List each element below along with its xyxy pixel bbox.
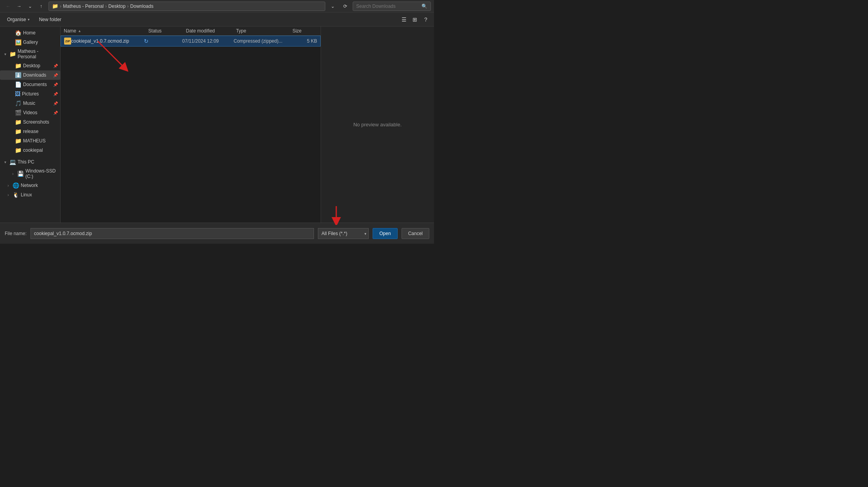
sidebar-item-windows-ssd[interactable]: › 💾 Windows-SSD (C:) bbox=[0, 167, 60, 181]
organise-button[interactable]: Organise ▾ bbox=[3, 15, 34, 24]
expand-icon: › bbox=[5, 193, 11, 197]
expand-icon bbox=[8, 101, 13, 106]
file-list-area: Name ▲ Status Date modified Type Size Z bbox=[61, 27, 321, 223]
sidebar-item-label: Desktop bbox=[23, 63, 52, 68]
nav-buttons: ← → ⌄ ↑ bbox=[3, 1, 46, 11]
col-header-name[interactable]: Name ▲ bbox=[64, 28, 148, 34]
organise-chevron: ▾ bbox=[28, 18, 30, 22]
collapse-icon: ▾ bbox=[2, 160, 8, 164]
pin-icon: 📌 bbox=[53, 64, 58, 68]
cookiepal-icon: 📁 bbox=[15, 147, 22, 153]
sync-icon: ↻ bbox=[144, 38, 149, 44]
file-type: Compressed (zipped)... bbox=[234, 38, 292, 44]
sidebar-item-label: Downloads bbox=[23, 72, 52, 78]
sidebar-item-pictures[interactable]: 🖼 Pictures 📌 bbox=[0, 89, 60, 99]
content-area: Name ▲ Status Date modified Type Size Z bbox=[61, 27, 434, 223]
column-headers: Name ▲ Status Date modified Type Size bbox=[61, 27, 321, 36]
music-icon: 🎵 bbox=[15, 100, 22, 106]
open-button[interactable]: Open bbox=[373, 228, 397, 239]
col-header-size[interactable]: Size bbox=[292, 28, 317, 34]
pin-icon: 📌 bbox=[53, 101, 58, 106]
sidebar-item-label: cookiepal bbox=[23, 147, 58, 153]
collapse-icon: ▾ bbox=[2, 52, 8, 56]
release-icon: 📁 bbox=[15, 128, 22, 135]
sidebar-item-music[interactable]: 🎵 Music 📌 bbox=[0, 99, 60, 108]
home-icon: 🏠 bbox=[15, 30, 22, 36]
col-header-date[interactable]: Date modified bbox=[186, 28, 236, 34]
search-bar: 🔍 bbox=[353, 2, 431, 11]
breadcrumb-personal: Matheus - Personal bbox=[63, 4, 104, 9]
expand-icon bbox=[8, 92, 13, 96]
toolbar: Organise ▾ New folder ☰ ⊞ ? bbox=[0, 13, 434, 27]
main-layout: 🏠 Home 🖼️ Gallery ▾ 📁 Matheus - Personal… bbox=[0, 27, 434, 223]
sidebar-item-network[interactable]: › 🌐 Network bbox=[0, 181, 60, 190]
search-icon: 🔍 bbox=[421, 4, 427, 9]
linux-icon: 🐧 bbox=[13, 192, 19, 198]
sidebar-item-label: Windows-SSD (C:) bbox=[25, 168, 58, 179]
sidebar-group-personal[interactable]: ▾ 📁 Matheus - Personal bbox=[0, 47, 60, 61]
expand-icon: › bbox=[5, 183, 11, 188]
sidebar-item-label: MATHEUS bbox=[23, 138, 58, 144]
drive-icon: 💾 bbox=[17, 171, 24, 177]
sidebar-item-desktop[interactable]: 📁 Desktop 📌 bbox=[0, 61, 60, 70]
refresh-button[interactable]: ⟳ bbox=[340, 1, 350, 11]
sidebar-item-cookiepal[interactable]: 📁 cookiepal bbox=[0, 146, 60, 155]
zip-file-icon: ZIP bbox=[64, 38, 71, 45]
matheus-icon: 📁 bbox=[15, 138, 22, 144]
table-row[interactable]: ZIP cookiepal_v1.0.7.ocmod.zip ↻ 07/11/2… bbox=[61, 36, 321, 47]
sidebar-item-gallery[interactable]: 🖼️ Gallery bbox=[0, 38, 60, 47]
sidebar-item-screenshots[interactable]: 📁 Screenshots bbox=[0, 117, 60, 127]
sidebar-item-label: Videos bbox=[23, 110, 52, 115]
bottom-bar: File name: All Files (*.*) ▾ Open Cancel bbox=[0, 223, 434, 244]
up-button[interactable]: ↑ bbox=[36, 1, 46, 11]
sidebar-item-videos[interactable]: 🎬 Videos 📌 bbox=[0, 108, 60, 117]
sidebar-item-release[interactable]: 📁 release bbox=[0, 127, 60, 136]
breadcrumb-downloads: Downloads bbox=[130, 4, 153, 9]
view-details-button[interactable]: ☰ bbox=[399, 14, 409, 25]
thispc-label: This PC bbox=[18, 159, 58, 165]
sidebar-item-label: Music bbox=[23, 101, 52, 106]
recent-button[interactable]: ⌄ bbox=[25, 1, 35, 11]
desktop-icon: 📁 bbox=[15, 63, 22, 69]
sidebar-item-home[interactable]: 🏠 Home bbox=[0, 28, 60, 38]
sidebar-item-linux[interactable]: › 🐧 Linux bbox=[0, 190, 60, 199]
filename-input[interactable] bbox=[30, 228, 314, 239]
expand-icon bbox=[8, 40, 13, 45]
cancel-button[interactable]: Cancel bbox=[402, 228, 429, 239]
personal-folder-icon: 📁 bbox=[9, 51, 16, 57]
sidebar-item-documents[interactable]: 📄 Documents 📌 bbox=[0, 80, 60, 89]
filetype-select[interactable]: All Files (*.*) bbox=[318, 228, 369, 239]
sidebar-item-label: Gallery bbox=[23, 40, 58, 45]
back-button[interactable]: ← bbox=[3, 1, 13, 11]
search-input[interactable] bbox=[356, 4, 419, 9]
filename-label: File name: bbox=[5, 231, 27, 236]
sidebar-group-thispc[interactable]: ▾ 💻 This PC bbox=[0, 157, 60, 167]
sidebar-item-label: Pictures bbox=[22, 91, 52, 97]
col-header-type[interactable]: Type bbox=[236, 28, 292, 34]
preview-panel: No preview available. bbox=[321, 27, 434, 223]
downloads-icon: ⬇️ bbox=[15, 72, 22, 78]
new-folder-button[interactable]: New folder bbox=[35, 15, 65, 24]
view-tiles-button[interactable]: ⊞ bbox=[410, 14, 420, 25]
sidebar-item-label: Screenshots bbox=[23, 119, 58, 125]
file-name: cookiepal_v1.0.7.ocmod.zip bbox=[71, 38, 144, 44]
file-date: 07/11/2024 12:09 bbox=[182, 38, 233, 44]
breadcrumb-desktop: Desktop bbox=[108, 4, 126, 9]
expand-icon bbox=[8, 139, 13, 143]
videos-icon: 🎬 bbox=[15, 110, 22, 116]
col-header-status[interactable]: Status bbox=[148, 28, 186, 34]
sidebar-item-label: Documents bbox=[23, 82, 52, 87]
file-size: 5 KB bbox=[291, 38, 317, 44]
sidebar-item-downloads[interactable]: ⬇️ Downloads 📌 bbox=[0, 70, 60, 80]
expand-icon: › bbox=[10, 172, 16, 176]
sidebar: 🏠 Home 🖼️ Gallery ▾ 📁 Matheus - Personal… bbox=[0, 27, 61, 223]
forward-button[interactable]: → bbox=[14, 1, 24, 11]
view-help-button[interactable]: ? bbox=[421, 14, 431, 25]
expand-icon bbox=[8, 111, 13, 115]
sidebar-item-matheus[interactable]: 📁 MATHEUS bbox=[0, 136, 60, 146]
new-folder-label: New folder bbox=[39, 17, 61, 22]
pin-icon: 📌 bbox=[53, 73, 58, 77]
history-dropdown-button[interactable]: ⌄ bbox=[328, 1, 338, 11]
personal-label: Matheus - Personal bbox=[18, 49, 58, 59]
address-bar[interactable]: 📁 › Matheus - Personal › Desktop › Downl… bbox=[48, 2, 325, 11]
